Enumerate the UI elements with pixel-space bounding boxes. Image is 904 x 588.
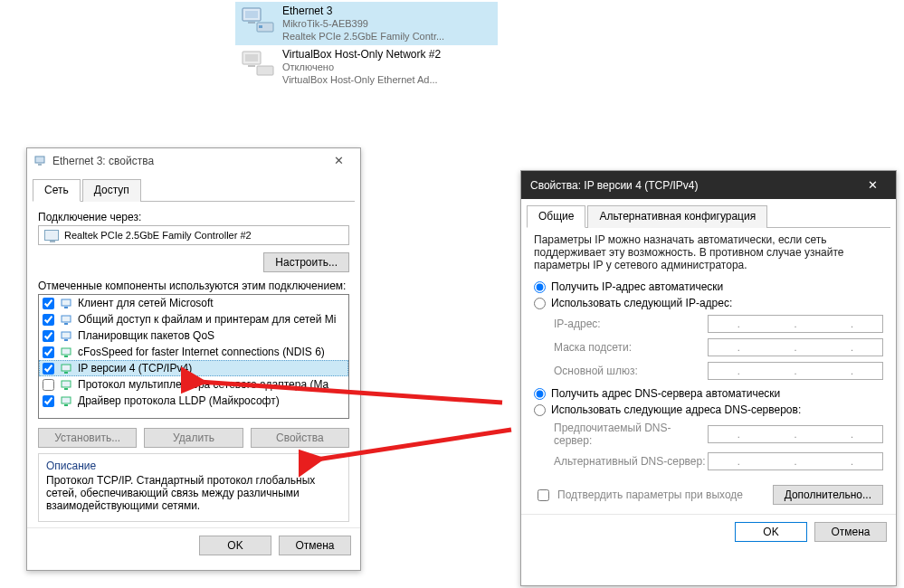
tab-access[interactable]: Доступ	[82, 179, 141, 202]
radio-manual-dns-input[interactable]	[534, 404, 546, 416]
tab-general[interactable]: Общие	[527, 205, 585, 228]
svg-rect-10	[38, 164, 42, 166]
svg-rect-16	[64, 339, 68, 341]
gateway-label: Основной шлюз:	[554, 365, 708, 377]
adapter-mini-icon	[34, 155, 47, 167]
component-label: Клиент для сетей Microsoft	[78, 297, 214, 309]
tab-alt-config[interactable]: Альтернативная конфигурация	[587, 205, 767, 228]
svg-rect-21	[62, 381, 71, 387]
components-label: Отмеченные компоненты используются этим …	[38, 280, 349, 292]
titlebar[interactable]: Свойства: IP версии 4 (TCP/IPv4) ✕	[521, 171, 896, 199]
components-list[interactable]: Клиент для сетей MicrosoftОбщий доступ к…	[38, 294, 349, 419]
protocol-icon	[60, 328, 74, 343]
dns2-label: Альтернативный DNS-сервер:	[554, 455, 708, 468]
dialog-title: Свойства: IP версии 4 (TCP/IPv4)	[530, 179, 852, 192]
radio-auto-ip-input[interactable]	[534, 281, 546, 293]
adapter-mini-icon	[44, 230, 59, 241]
component-item[interactable]: Протокол мультиплексора сетевого адаптер…	[39, 376, 348, 393]
svg-rect-13	[62, 316, 71, 322]
radio-manual-ip-input[interactable]	[534, 298, 546, 309]
svg-rect-18	[64, 356, 68, 357]
component-checkbox[interactable]	[43, 395, 54, 407]
tab-network[interactable]: Сеть	[33, 179, 81, 202]
component-checkbox[interactable]	[43, 363, 54, 375]
description-text: Протокол TCP/IP. Стандартный протокол гл…	[46, 474, 341, 512]
svg-rect-6	[245, 54, 258, 62]
dns2-field[interactable]: ...	[708, 452, 883, 470]
adapter-sub2: Realtek PCIe 2.5GbE Family Contr...	[282, 30, 444, 43]
advanced-button[interactable]: Дополнительно...	[773, 485, 883, 505]
component-checkbox[interactable]	[43, 379, 54, 391]
titlebar[interactable]: Ethernet 3: свойства ✕	[27, 148, 360, 173]
ip-address-label: IP-адрес:	[554, 318, 708, 330]
component-label: cFosSpeed for faster Internet connection…	[78, 346, 325, 358]
gateway-field[interactable]: ...	[708, 362, 883, 380]
radio-auto-dns-input[interactable]	[534, 388, 546, 400]
ok-button[interactable]: OK	[199, 536, 271, 555]
component-item[interactable]: Планировщик пакетов QoS	[39, 327, 348, 344]
confirm-on-exit-checkbox[interactable]	[538, 489, 549, 501]
tabstrip: Сеть Доступ	[33, 178, 355, 202]
radio-manual-ip-label: Использовать следующий IP-адрес:	[551, 297, 732, 309]
adapter-name-box: Realtek PCIe 2.5GbE Family Controller #2	[38, 225, 349, 245]
component-label: Протокол мультиплексора сетевого адаптер…	[78, 378, 328, 391]
radio-auto-ip[interactable]: Получить IP-адрес автоматически	[534, 280, 883, 293]
svg-rect-2	[248, 22, 255, 24]
component-item[interactable]: Клиент для сетей Microsoft	[39, 295, 348, 311]
network-adapter-icon	[241, 6, 277, 35]
install-button[interactable]: Установить...	[38, 428, 137, 448]
confirm-on-exit[interactable]: Подтвердить параметры при выходе	[534, 487, 743, 504]
component-item[interactable]: cFosSpeed for faster Internet connection…	[39, 344, 348, 360]
configure-button[interactable]: Настроить...	[263, 252, 349, 272]
tabstrip: Общие Альтернативная конфигурация	[527, 204, 890, 228]
adapter-name: VirtualBox Host-Only Network #2	[282, 48, 441, 61]
dialog-ipv4-properties: Свойства: IP версии 4 (TCP/IPv4) ✕ Общие…	[520, 170, 897, 586]
component-item[interactable]: IP версии 4 (TCP/IPv4)	[39, 360, 348, 376]
adapter-sub1: Отключено	[282, 61, 441, 73]
close-button[interactable]: ✕	[858, 178, 887, 192]
cancel-button[interactable]: Отмена	[814, 522, 887, 542]
svg-rect-14	[64, 323, 68, 325]
component-checkbox[interactable]	[43, 346, 54, 358]
radio-manual-ip[interactable]: Использовать следующий IP-адрес:	[534, 297, 883, 309]
svg-rect-12	[64, 307, 68, 308]
component-item[interactable]: Общий доступ к файлам и принтерам для се…	[39, 311, 348, 327]
protocol-icon	[60, 345, 74, 359]
adapter-name: Ethernet 3	[282, 5, 444, 17]
intro-text: Параметры IP можно назначать автоматичес…	[534, 233, 883, 271]
svg-rect-8	[257, 66, 273, 75]
component-checkbox[interactable]	[43, 330, 54, 342]
ip-address-field[interactable]: ...	[708, 315, 883, 333]
description-title: Описание	[46, 460, 341, 472]
remove-button[interactable]: Удалить	[144, 428, 243, 448]
properties-button[interactable]: Свойства	[251, 428, 349, 448]
protocol-icon	[60, 312, 74, 327]
subnet-mask-field[interactable]: ...	[708, 338, 883, 356]
adapter-item-ethernet3[interactable]: Ethernet 3 MikroTik-5-AEB399 Realtek PCI…	[235, 2, 498, 45]
svg-rect-4	[259, 25, 262, 28]
radio-manual-dns-label: Использовать следующие адреса DNS-сервер…	[551, 403, 801, 416]
adapter-sub1: MikroTik-5-AEB399	[282, 17, 444, 30]
close-button[interactable]: ✕	[324, 154, 353, 167]
svg-rect-11	[62, 299, 71, 306]
dns1-field[interactable]: ...	[708, 425, 883, 443]
cancel-button[interactable]: Отмена	[279, 536, 351, 555]
subnet-mask-label: Маска подсети:	[554, 341, 708, 354]
component-label: Планировщик пакетов QoS	[78, 329, 214, 342]
radio-auto-dns[interactable]: Получить адрес DNS-сервера автоматически	[534, 387, 883, 400]
protocol-icon	[60, 377, 74, 392]
svg-rect-7	[248, 65, 255, 67]
svg-rect-9	[35, 156, 44, 163]
connect-via-label: Подключение через:	[38, 211, 349, 223]
component-item[interactable]: Драйвер протокола LLDP (Майкрософт)	[39, 393, 348, 409]
svg-rect-23	[62, 397, 71, 403]
radio-manual-dns[interactable]: Использовать следующие адреса DNS-сервер…	[534, 403, 883, 416]
component-label: Общий доступ к файлам и принтерам для се…	[78, 313, 336, 326]
adapter-name-text: Realtek PCIe 2.5GbE Family Controller #2	[64, 230, 252, 241]
protocol-icon	[60, 361, 74, 375]
component-checkbox[interactable]	[43, 298, 54, 309]
adapter-sub2: VirtualBox Host-Only Ethernet Ad...	[282, 73, 441, 86]
ok-button[interactable]: OK	[735, 522, 807, 542]
component-checkbox[interactable]	[43, 314, 54, 326]
adapter-item-vbox[interactable]: VirtualBox Host-Only Network #2 Отключен…	[235, 45, 498, 89]
